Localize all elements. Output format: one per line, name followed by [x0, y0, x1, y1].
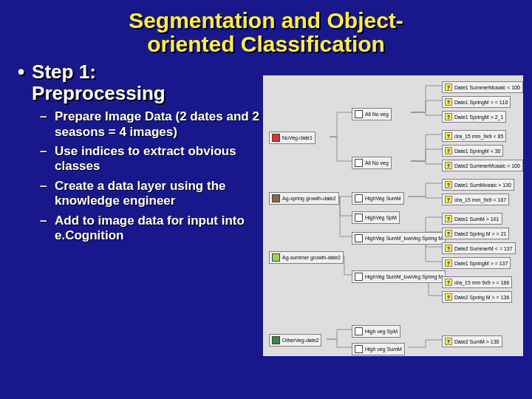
mid-label: HighVeg SumM_lowVeg Spring M [365, 236, 443, 241]
leaf-node: Date2 SummerMosaic < 100 [442, 160, 523, 171]
class-node: NoVeg-date1 [269, 132, 316, 144]
mid-swatch [355, 327, 363, 335]
leaf-node: Date2 Spring M > = 136 [442, 291, 512, 303]
mid-label: HighVeg SumM [365, 196, 401, 201]
left-col: • Step 1: Preprocessing Prepare Image Da… [18, 61, 262, 248]
mid-label: High veg SumM [365, 347, 402, 352]
leaf-node: Date1 SpringM < 30 [442, 145, 503, 157]
class-label: Ag-spring growth-date2 [282, 196, 336, 201]
leaf-label: Date1 SpringM > = 137 [454, 261, 508, 266]
leaf-node: Date1 SummerMosaic < 100 [442, 81, 523, 93]
sub-list: Prepare Image Data (2 dates and 2 season… [40, 109, 262, 243]
leaf-node: dra_15 mm_9x9 < 167 [442, 194, 509, 205]
class-node: OtherVeg-date2 [269, 334, 321, 347]
knowledge-engineer-diagram: NoVeg-date1Ag-spring growth-date2Ag-summ… [263, 75, 523, 356]
mid-node: High veg SumM [352, 343, 405, 355]
mid-node: All No veg [352, 157, 392, 169]
leaf-label: Date2 SumM > 130 [454, 339, 499, 344]
leaf-node: Date1 SumMosaic > 130 [442, 179, 514, 191]
leaf-label: Date1 SumM > 161 [454, 216, 499, 222]
sub-item: Create a data layer using the knowledge … [40, 179, 262, 209]
mid-node: HighVeg SumM [352, 192, 404, 205]
leaf-node: Date1 SpringM > 2_1 [442, 111, 506, 123]
leaf-label: dra_15 mm_9x9 < 167 [454, 197, 506, 202]
leaf-node: Date1 SpringM > = 137 [442, 257, 511, 269]
leaf-label: Date2 Spring M > = 21 [454, 231, 506, 236]
leaf-label: dra_15 mm 9x9 > = 186 [454, 280, 509, 285]
class-node: Ag-spring growth-date2 [269, 192, 339, 205]
leaf-node: Date1 SumM > 161 [442, 213, 502, 225]
mid-node: All No veg [352, 108, 392, 120]
leaf-label: Date1 SpringM > 2_1 [454, 115, 503, 120]
class-label: NoVeg-date1 [282, 135, 313, 140]
mid-label: High veg SpM [365, 329, 398, 334]
title: Segmentation and Object- oriented Classi… [0, 0, 532, 55]
leaf-node: dra_15 mm 9x9 > = 186 [442, 276, 512, 288]
class-label: OtherVeg-date2 [282, 338, 318, 343]
class-swatch [272, 253, 280, 262]
leaf-node: Date2 SummerM < = 137 [442, 242, 516, 254]
class-label: Ag-summer growth-date2 [282, 255, 341, 260]
leaf-label: Date2 Spring M > = 136 [454, 295, 509, 300]
slide: Segmentation and Object- oriented Classi… [0, 0, 532, 399]
leaf-node: Date1 SpringM > = 110 [442, 96, 511, 108]
step-row: • Step 1: Preprocessing [18, 61, 262, 103]
mid-swatch [355, 110, 363, 118]
leaf-node: Date2 SumM > 130 [442, 335, 502, 347]
mid-swatch [355, 214, 363, 222]
mid-swatch [355, 159, 363, 167]
mid-node: HighVeg SpM [352, 211, 400, 224]
sub-item: Add to image data for input into e.Cogni… [40, 214, 262, 244]
class-node: Ag-summer growth-date2 [269, 251, 344, 264]
mid-swatch [355, 234, 363, 242]
class-swatch [272, 194, 280, 202]
sub-item: Use indices to extract obvious classes [40, 144, 262, 174]
mid-node: HighVeg SumM_lowVeg Spring M [352, 270, 446, 283]
bullet-disc: • [18, 61, 24, 83]
mid-swatch [355, 345, 363, 353]
leaf-label: dra_15 mm_9x9 < 85 [454, 134, 503, 139]
leaf-label: Date1 SummerMosaic < 100 [454, 85, 520, 90]
title-l1: Segmentation and Object- [129, 8, 403, 33]
leaf-label: Date2 SummerMosaic < 100 [454, 163, 520, 168]
step-heading: Step 1: Preprocessing [32, 61, 166, 103]
mid-swatch [355, 194, 363, 202]
mid-label: HighVeg SpM [365, 215, 397, 220]
mid-node: HighVeg SumM_lowVeg Spring M [352, 232, 446, 245]
step-l1: Step 1: [32, 61, 96, 83]
mid-node: High veg SpM [352, 325, 400, 338]
mid-swatch [355, 273, 363, 281]
class-swatch [272, 134, 280, 142]
mid-label: All No veg [365, 160, 389, 166]
leaf-node: Date2 Spring M > = 21 [442, 228, 509, 239]
leaf-label: Date1 SpringM > = 110 [454, 100, 508, 105]
leaf-label: Date1 SumMosaic > 130 [454, 183, 511, 188]
mid-label: HighVeg SumM_lowVeg Spring M [365, 274, 443, 279]
leaf-label: Date2 SummerM < = 137 [454, 246, 513, 251]
mid-label: All No veg [365, 112, 389, 117]
class-swatch [272, 336, 280, 344]
leaf-label: Date1 SpringM < 30 [454, 149, 500, 154]
title-l2: oriented Classification [147, 32, 385, 56]
step-l2: Preprocessing [32, 82, 166, 104]
leaf-node: dra_15 mm_9x9 < 85 [442, 130, 506, 142]
sub-item: Prepare Image Data (2 dates and 2 season… [40, 109, 262, 140]
